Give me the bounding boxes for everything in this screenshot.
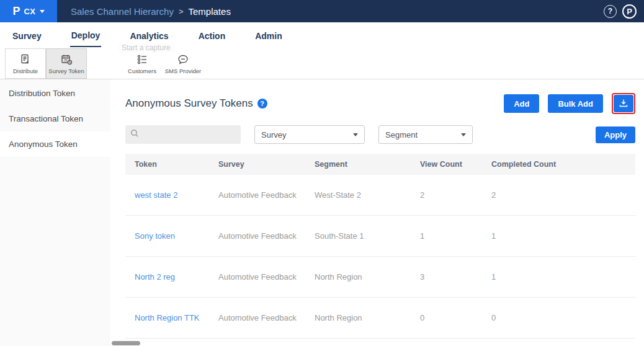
breadcrumb-current: Templates <box>189 6 231 17</box>
brand-p: P <box>12 5 20 18</box>
download-icon <box>619 99 628 109</box>
customers-icon <box>136 53 148 66</box>
cell-view-count: 2 <box>411 190 482 200</box>
token-sidebar: Distribution Token Transactional Token A… <box>0 79 110 346</box>
table-header: Token Survey Segment View Count Complete… <box>125 154 635 175</box>
token-link[interactable]: North Region TTK <box>125 313 209 322</box>
table-row: North Region TTK Automotive Feedback Nor… <box>125 298 635 339</box>
cell-survey: Automotive Feedback <box>209 313 305 322</box>
avatar[interactable]: P <box>622 4 637 19</box>
cell-view-count: 3 <box>411 272 482 282</box>
horizontal-scrollbar-thumb[interactable] <box>112 341 140 345</box>
breadcrumb: Sales Channel Hierarchy > Templates <box>71 6 231 17</box>
title-actions: Add Bulk Add <box>504 93 635 114</box>
search-input[interactable] <box>143 130 252 140</box>
download-button[interactable] <box>614 95 633 112</box>
filter-row: Survey Segment Apply <box>125 125 635 144</box>
col-header-completed-count: Completed Count <box>482 160 622 169</box>
brand-cx: CX <box>24 7 35 16</box>
breadcrumb-separator: > <box>179 7 184 16</box>
page-title: Anonymous Survey Tokens <box>125 97 253 110</box>
toolbar-item-sms-provider[interactable]: SMS Provider <box>163 48 203 79</box>
cell-segment: South-State 1 <box>305 231 411 241</box>
cell-segment: West-State 2 <box>305 190 411 200</box>
sidebar-item-anonymous-token[interactable]: Anonymous Token <box>0 131 110 157</box>
col-header-token: Token <box>125 160 209 169</box>
toolbar-item-survey-token[interactable]: 31 Survey Token <box>46 48 87 79</box>
cell-view-count: 0 <box>411 313 482 322</box>
title-row: Anonymous Survey Tokens ? Add Bulk Add <box>125 93 635 114</box>
sidebar-item-distribution-token[interactable]: Distribution Token <box>0 81 110 106</box>
tab-analytics[interactable]: Analytics <box>128 24 169 47</box>
cell-view-count: 1 <box>411 231 482 241</box>
tab-admin[interactable]: Admin <box>254 24 284 47</box>
add-button[interactable]: Add <box>504 94 539 113</box>
token-link[interactable]: west state 2 <box>125 190 209 200</box>
chevron-down-icon <box>40 10 45 13</box>
cell-survey: Automotive Feedback <box>209 231 305 241</box>
survey-dropdown-value: Survey <box>261 130 286 140</box>
cell-survey: Automotive Feedback <box>209 190 305 200</box>
col-header-segment: Segment <box>305 160 411 169</box>
cell-completed-count: 2 <box>482 190 622 200</box>
toolbar-item-customers[interactable]: Customers <box>122 48 163 79</box>
toolbar-item-distribute[interactable]: Distribute <box>5 48 46 79</box>
cell-survey: Automotive Feedback <box>209 272 305 282</box>
table-row: Sony token Automotive Feedback South-Sta… <box>125 216 635 257</box>
topbar-actions: ? P <box>604 4 644 19</box>
toolbar-item-label: Distribute <box>13 68 38 74</box>
segment-dropdown-value: Segment <box>385 130 418 140</box>
segment-dropdown[interactable]: Segment <box>378 125 473 144</box>
title-help-icon[interactable]: ? <box>257 99 267 109</box>
search-icon <box>130 129 139 140</box>
brand-logo[interactable]: P CX <box>0 0 57 22</box>
cell-completed-count: 1 <box>482 272 622 282</box>
bulk-add-button[interactable]: Bulk Add <box>548 94 603 113</box>
sms-provider-icon <box>177 53 189 66</box>
cell-completed-count: 0 <box>482 313 622 322</box>
cell-segment: North Region <box>305 313 411 322</box>
search-box <box>125 125 241 144</box>
top-bar: P CX Sales Channel Hierarchy > Templates… <box>0 0 644 22</box>
tokens-table: Token Survey Segment View Count Complete… <box>125 154 635 339</box>
toolbar-item-label: Customers <box>128 68 156 74</box>
col-header-survey: Survey <box>209 160 305 169</box>
token-link[interactable]: Sony token <box>125 231 209 241</box>
col-header-view-count: View Count <box>411 160 482 169</box>
cell-segment: North Region <box>305 272 411 282</box>
token-link[interactable]: North 2 reg <box>125 272 209 282</box>
help-icon[interactable]: ? <box>604 5 617 18</box>
breadcrumb-parent[interactable]: Sales Channel Hierarchy <box>71 6 174 17</box>
main-panel: Anonymous Survey Tokens ? Add Bulk Add <box>110 79 644 346</box>
table-row: North 2 reg Automotive Feedback North Re… <box>125 257 635 298</box>
app: P CX Sales Channel Hierarchy > Templates… <box>0 0 644 346</box>
chevron-down-icon <box>461 133 466 136</box>
survey-token-icon: 31 <box>60 53 73 66</box>
primary-nav: Survey Deploy Analytics Action Admin <box>0 22 644 48</box>
svg-text:31: 31 <box>64 58 68 62</box>
toolbar-spacer <box>87 48 122 79</box>
toolbar-item-label: Survey Token <box>48 68 84 74</box>
tab-deploy[interactable]: Deploy <box>70 24 102 47</box>
apply-button[interactable]: Apply <box>596 126 635 143</box>
table-row: west state 2 Automotive Feedback West-St… <box>125 175 635 216</box>
distribute-icon <box>19 53 32 66</box>
content-area: Distribution Token Transactional Token A… <box>0 79 644 346</box>
chevron-down-icon <box>353 133 358 136</box>
tab-action[interactable]: Action <box>197 24 227 47</box>
tab-survey[interactable]: Survey <box>11 24 43 47</box>
survey-dropdown[interactable]: Survey <box>254 125 365 144</box>
toolbar-item-label: SMS Provider <box>165 68 202 74</box>
sidebar-item-transactional-token[interactable]: Transactional Token <box>0 106 110 131</box>
download-highlight-box <box>612 93 635 114</box>
deploy-toolbar: Start a capture Distribute 31 <box>0 48 644 79</box>
cell-completed-count: 1 <box>482 231 622 241</box>
